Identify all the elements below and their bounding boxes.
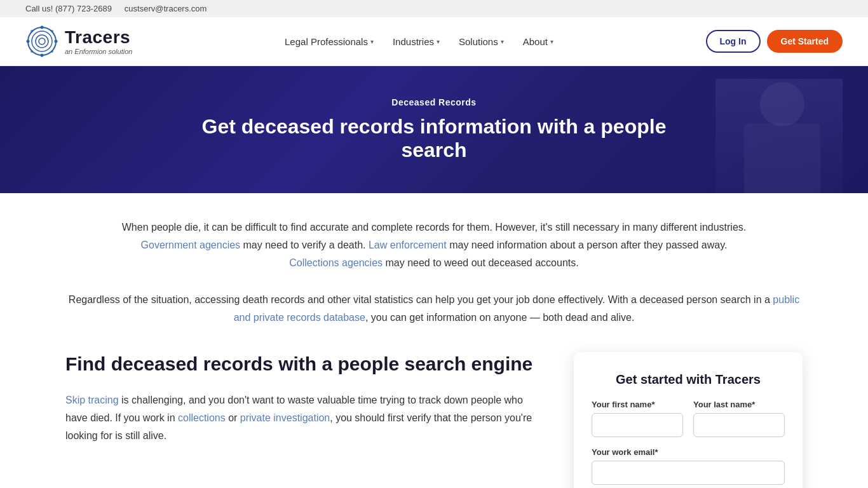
get-started-button[interactable]: Get Started: [767, 30, 843, 53]
chevron-down-icon: ▾: [501, 38, 504, 45]
left-column: Find deceased records with a people sear…: [65, 352, 536, 445]
svg-point-10: [31, 50, 33, 53]
logo[interactable]: Tracers an Enformion solution: [25, 25, 132, 58]
top-bar: Call us! (877) 723-2689 custserv@tracers…: [0, 0, 868, 17]
main-nav: Legal Professionals ▾ Industries ▾ Solut…: [277, 31, 561, 52]
svg-point-6: [55, 40, 58, 43]
first-name-input[interactable]: [592, 413, 683, 437]
phone-number: Call us! (877) 723-2689: [25, 4, 112, 13]
law-enforcement-link[interactable]: Law enforcement: [369, 240, 447, 250]
section-paragraph: Skip tracing is challenging, and you don…: [65, 391, 536, 445]
get-started-form-card: Get started with Tracers Your first name…: [574, 352, 803, 488]
nav-about[interactable]: About ▾: [515, 31, 561, 52]
chevron-down-icon: ▾: [550, 38, 553, 45]
intro-paragraph: When people die, it can be difficult to …: [65, 219, 803, 272]
nav-buttons: Log In Get Started: [706, 30, 843, 53]
collections-link[interactable]: collections: [178, 412, 226, 423]
chevron-down-icon: ▾: [370, 38, 374, 45]
svg-point-4: [41, 26, 44, 29]
email-input[interactable]: [592, 461, 785, 485]
first-name-label: Your first name*: [592, 400, 683, 409]
svg-point-7: [41, 54, 44, 57]
first-name-group: Your first name*: [592, 400, 683, 437]
section-text2: or: [226, 412, 240, 423]
svg-point-2: [36, 35, 48, 48]
intro-line1: When people die, it can be difficult to …: [122, 222, 747, 233]
intro-line3: may need information about a person afte…: [447, 240, 728, 250]
right-column: Get started with Tracers Your first name…: [574, 352, 803, 488]
nav-industries[interactable]: Industries ▾: [385, 31, 447, 52]
header: Tracers an Enformion solution Legal Prof…: [0, 17, 868, 66]
hero-content: Deceased Records Get deceased records in…: [186, 97, 682, 162]
login-button[interactable]: Log In: [706, 30, 761, 53]
hero-banner: Deceased Records Get deceased records in…: [0, 66, 868, 193]
last-name-group: Your last name*: [693, 400, 785, 437]
nav-legal-professionals[interactable]: Legal Professionals ▾: [277, 31, 381, 52]
nav-solutions[interactable]: Solutions ▾: [451, 31, 512, 52]
svg-point-8: [31, 30, 33, 32]
svg-point-3: [39, 38, 45, 44]
svg-point-9: [51, 30, 53, 32]
intro-line2: may need to verify a death.: [240, 240, 369, 250]
government-agencies-link[interactable]: Government agencies: [141, 240, 241, 250]
two-column-section: Find deceased records with a people sear…: [65, 352, 803, 488]
logo-icon: [25, 25, 58, 58]
svg-point-1: [32, 31, 52, 51]
name-row: Your first name* Your last name*: [592, 400, 785, 437]
body-text-after: , you can get information on anyone — bo…: [365, 312, 634, 323]
email-label: Your work email*: [592, 447, 785, 457]
main-content: When people die, it can be difficult to …: [27, 193, 841, 488]
chevron-down-icon: ▾: [437, 38, 440, 45]
form-card-title: Get started with Tracers: [592, 372, 785, 387]
hero-title: Get deceased records information with a …: [186, 115, 682, 162]
email-group: Your work email*: [592, 447, 785, 485]
section-heading: Find deceased records with a people sear…: [65, 352, 536, 376]
email-link[interactable]: custserv@tracers.com: [125, 4, 207, 13]
svg-point-11: [51, 50, 53, 53]
logo-sub-text: an Enformion solution: [65, 48, 132, 55]
collections-agencies-link[interactable]: Collections agencies: [289, 257, 383, 268]
private-investigation-link[interactable]: private investigation: [240, 412, 330, 423]
skip-tracing-link[interactable]: Skip tracing: [65, 395, 119, 405]
svg-point-5: [27, 40, 30, 43]
logo-brand-text: Tracers: [65, 27, 132, 48]
hero-badge: Deceased Records: [186, 97, 682, 107]
body-text-before: Regardless of the situation, accessing d…: [69, 294, 773, 305]
body-paragraph: Regardless of the situation, accessing d…: [65, 291, 803, 327]
intro-line4: may need to weed out deceased accounts.: [383, 257, 579, 268]
last-name-input[interactable]: [693, 413, 785, 437]
last-name-label: Your last name*: [693, 400, 785, 409]
